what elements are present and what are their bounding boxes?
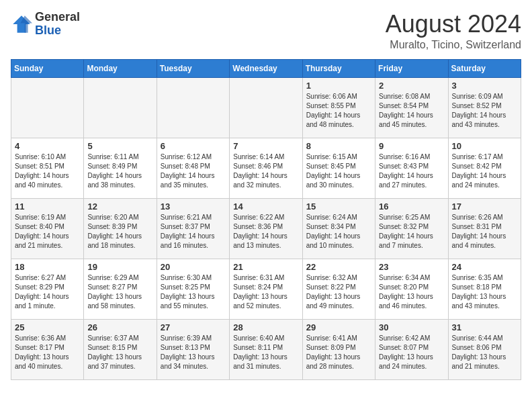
day-detail: Sunrise: 6:20 AM Sunset: 8:39 PM Dayligh… (87, 213, 152, 250)
day-number: 13 (161, 201, 226, 212)
day-detail: Sunrise: 6:42 AM Sunset: 8:07 PM Dayligh… (379, 334, 444, 371)
day-number: 11 (15, 201, 80, 212)
day-number: 3 (452, 81, 517, 91)
day-number: 10 (452, 141, 517, 151)
day-number: 15 (306, 201, 371, 212)
calendar-subtitle: Muralto, Ticino, Switzerland (386, 39, 521, 51)
day-detail: Sunrise: 6:40 AM Sunset: 8:11 PM Dayligh… (233, 334, 298, 371)
calendar-cell: 27Sunrise: 6:39 AM Sunset: 8:13 PM Dayli… (157, 319, 229, 379)
day-detail: Sunrise: 6:36 AM Sunset: 8:17 PM Dayligh… (15, 334, 80, 371)
day-detail: Sunrise: 6:21 AM Sunset: 8:37 PM Dayligh… (161, 213, 226, 250)
calendar-cell: 28Sunrise: 6:40 AM Sunset: 8:11 PM Dayli… (230, 319, 302, 379)
calendar-cell: 30Sunrise: 6:42 AM Sunset: 8:07 PM Dayli… (375, 319, 448, 379)
day-detail: Sunrise: 6:17 AM Sunset: 8:42 PM Dayligh… (452, 152, 517, 190)
calendar-cell: 2Sunrise: 6:08 AM Sunset: 8:54 PM Daylig… (375, 77, 448, 138)
calendar-cell (157, 77, 229, 138)
day-number: 20 (161, 262, 226, 272)
day-detail: Sunrise: 6:11 AM Sunset: 8:49 PM Dayligh… (87, 152, 152, 190)
day-number: 9 (379, 141, 444, 151)
logo-text: General Blue (35, 11, 80, 38)
calendar-cell: 24Sunrise: 6:35 AM Sunset: 8:18 PM Dayli… (448, 259, 521, 319)
day-detail: Sunrise: 6:15 AM Sunset: 8:45 PM Dayligh… (306, 152, 371, 190)
calendar-cell: 13Sunrise: 6:21 AM Sunset: 8:37 PM Dayli… (157, 198, 229, 259)
day-number: 19 (87, 262, 152, 272)
calendar-week-row: 4Sunrise: 6:10 AM Sunset: 8:51 PM Daylig… (11, 138, 521, 198)
weekday-header: Saturday (448, 59, 521, 77)
day-detail: Sunrise: 6:06 AM Sunset: 8:55 PM Dayligh… (306, 92, 371, 130)
day-number: 12 (87, 201, 152, 212)
page-header: General Blue August 2024 Muralto, Ticino… (11, 11, 521, 51)
weekday-header-row: SundayMondayTuesdayWednesdayThursdayFrid… (11, 59, 521, 77)
day-detail: Sunrise: 6:37 AM Sunset: 8:15 PM Dayligh… (87, 334, 152, 371)
calendar-cell: 8Sunrise: 6:15 AM Sunset: 8:45 PM Daylig… (302, 138, 375, 198)
day-number: 18 (15, 262, 80, 272)
day-number: 31 (452, 322, 517, 332)
calendar-week-row: 1Sunrise: 6:06 AM Sunset: 8:55 PM Daylig… (11, 77, 521, 138)
day-number: 16 (379, 201, 444, 212)
calendar-title: August 2024 (386, 11, 521, 38)
logo: General Blue (11, 11, 80, 38)
calendar-cell (11, 77, 84, 138)
calendar-cell: 18Sunrise: 6:27 AM Sunset: 8:29 PM Dayli… (11, 259, 84, 319)
weekday-header: Sunday (11, 59, 84, 77)
day-detail: Sunrise: 6:26 AM Sunset: 8:31 PM Dayligh… (452, 213, 517, 250)
calendar-cell: 7Sunrise: 6:14 AM Sunset: 8:46 PM Daylig… (230, 138, 302, 198)
day-detail: Sunrise: 6:27 AM Sunset: 8:29 PM Dayligh… (15, 273, 80, 311)
day-detail: Sunrise: 6:12 AM Sunset: 8:48 PM Dayligh… (161, 152, 226, 190)
day-detail: Sunrise: 6:35 AM Sunset: 8:18 PM Dayligh… (452, 273, 517, 311)
calendar-cell: 5Sunrise: 6:11 AM Sunset: 8:49 PM Daylig… (84, 138, 157, 198)
calendar-cell (230, 77, 302, 138)
calendar-cell: 17Sunrise: 6:26 AM Sunset: 8:31 PM Dayli… (448, 198, 521, 259)
day-detail: Sunrise: 6:29 AM Sunset: 8:27 PM Dayligh… (87, 273, 152, 311)
day-number: 25 (15, 322, 80, 332)
calendar-week-row: 11Sunrise: 6:19 AM Sunset: 8:40 PM Dayli… (11, 198, 521, 259)
calendar-cell: 9Sunrise: 6:16 AM Sunset: 8:43 PM Daylig… (375, 138, 448, 198)
calendar-cell: 22Sunrise: 6:32 AM Sunset: 8:22 PM Dayli… (302, 259, 375, 319)
calendar-week-row: 18Sunrise: 6:27 AM Sunset: 8:29 PM Dayli… (11, 259, 521, 319)
day-detail: Sunrise: 6:25 AM Sunset: 8:32 PM Dayligh… (379, 213, 444, 250)
day-detail: Sunrise: 6:30 AM Sunset: 8:25 PM Dayligh… (161, 273, 226, 311)
calendar-cell: 1Sunrise: 6:06 AM Sunset: 8:55 PM Daylig… (302, 77, 375, 138)
calendar-cell: 23Sunrise: 6:34 AM Sunset: 8:20 PM Dayli… (375, 259, 448, 319)
day-number: 26 (87, 322, 152, 332)
day-number: 4 (15, 141, 80, 151)
day-detail: Sunrise: 6:41 AM Sunset: 8:09 PM Dayligh… (306, 334, 371, 371)
calendar-cell: 10Sunrise: 6:17 AM Sunset: 8:42 PM Dayli… (448, 138, 521, 198)
weekday-header: Tuesday (157, 59, 229, 77)
day-detail: Sunrise: 6:16 AM Sunset: 8:43 PM Dayligh… (379, 152, 444, 190)
title-area: August 2024 Muralto, Ticino, Switzerland (386, 11, 521, 51)
day-detail: Sunrise: 6:08 AM Sunset: 8:54 PM Dayligh… (379, 92, 444, 130)
calendar-cell: 11Sunrise: 6:19 AM Sunset: 8:40 PM Dayli… (11, 198, 84, 259)
day-number: 22 (306, 262, 371, 272)
day-detail: Sunrise: 6:24 AM Sunset: 8:34 PM Dayligh… (306, 213, 371, 250)
day-detail: Sunrise: 6:09 AM Sunset: 8:52 PM Dayligh… (452, 92, 517, 130)
day-number: 29 (306, 322, 371, 332)
weekday-header: Wednesday (230, 59, 302, 77)
calendar-cell: 15Sunrise: 6:24 AM Sunset: 8:34 PM Dayli… (302, 198, 375, 259)
calendar-cell: 12Sunrise: 6:20 AM Sunset: 8:39 PM Dayli… (84, 198, 157, 259)
day-detail: Sunrise: 6:39 AM Sunset: 8:13 PM Dayligh… (161, 334, 226, 371)
day-number: 30 (379, 322, 444, 332)
day-number: 8 (306, 141, 371, 151)
logo-icon (11, 13, 32, 35)
day-number: 17 (452, 201, 517, 212)
day-number: 14 (233, 201, 298, 212)
calendar-cell: 16Sunrise: 6:25 AM Sunset: 8:32 PM Dayli… (375, 198, 448, 259)
day-detail: Sunrise: 6:44 AM Sunset: 8:06 PM Dayligh… (452, 334, 517, 371)
day-number: 5 (87, 141, 152, 151)
day-detail: Sunrise: 6:10 AM Sunset: 8:51 PM Dayligh… (15, 152, 80, 190)
weekday-header: Thursday (302, 59, 375, 77)
day-number: 21 (233, 262, 298, 272)
day-number: 24 (452, 262, 517, 272)
calendar-cell: 29Sunrise: 6:41 AM Sunset: 8:09 PM Dayli… (302, 319, 375, 379)
calendar-cell: 19Sunrise: 6:29 AM Sunset: 8:27 PM Dayli… (84, 259, 157, 319)
day-number: 28 (233, 322, 298, 332)
calendar-cell: 26Sunrise: 6:37 AM Sunset: 8:15 PM Dayli… (84, 319, 157, 379)
calendar-cell: 31Sunrise: 6:44 AM Sunset: 8:06 PM Dayli… (448, 319, 521, 379)
day-number: 27 (161, 322, 226, 332)
calendar-cell (84, 77, 157, 138)
day-number: 2 (379, 81, 444, 91)
day-detail: Sunrise: 6:31 AM Sunset: 8:24 PM Dayligh… (233, 273, 298, 311)
day-detail: Sunrise: 6:19 AM Sunset: 8:40 PM Dayligh… (15, 213, 80, 250)
calendar-week-row: 25Sunrise: 6:36 AM Sunset: 8:17 PM Dayli… (11, 319, 521, 379)
